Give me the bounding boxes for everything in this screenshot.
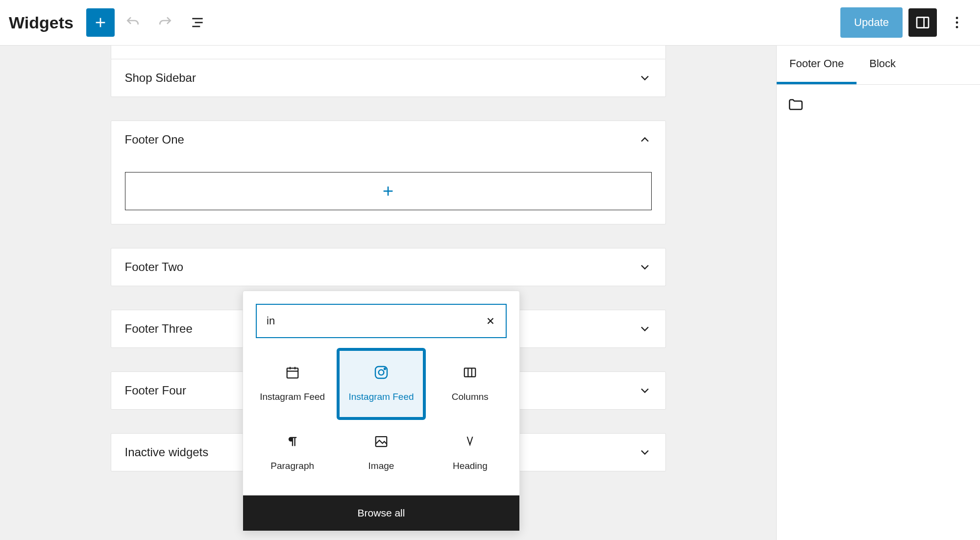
- widget-area-footer-two: Footer Two: [111, 248, 666, 286]
- plus-icon: [380, 183, 396, 199]
- add-block-toolbar-button[interactable]: [86, 8, 115, 37]
- update-button[interactable]: Update: [840, 7, 903, 38]
- page-title: Widgets: [9, 13, 74, 32]
- widget-area-title: Footer Three: [125, 322, 193, 336]
- inserter-block-grid: Instagram Feed Instagram Feed Columns: [243, 348, 519, 495]
- svg-point-8: [956, 22, 958, 24]
- widget-area-header[interactable]: Footer Two: [111, 248, 665, 286]
- block-label: Paragraph: [270, 460, 314, 472]
- widget-area-title: Inactive widgets: [125, 445, 209, 459]
- widget-area-title: Shop Sidebar: [125, 71, 196, 85]
- block-instagram-feed-selected[interactable]: Instagram Feed: [337, 348, 425, 420]
- columns-icon: [462, 365, 478, 380]
- clear-search-button[interactable]: [485, 316, 496, 326]
- block-instagram-feed[interactable]: Instagram Feed: [248, 348, 337, 420]
- block-inserter-popover: Instagram Feed Instagram Feed Columns: [243, 291, 520, 531]
- widget-area-footer-one: Footer One: [111, 121, 666, 224]
- block-paragraph[interactable]: Paragraph: [248, 420, 337, 486]
- settings-sidebar: Footer One Block: [776, 46, 980, 540]
- widget-area-shop-sidebar: Shop Sidebar: [111, 59, 666, 97]
- header-right: Update: [840, 7, 971, 38]
- chevron-down-icon: [638, 71, 652, 85]
- sidebar-content: [777, 85, 980, 125]
- sidebar-icon: [915, 15, 931, 30]
- undo-icon: [125, 15, 141, 30]
- svg-point-7: [956, 17, 958, 19]
- main-area: Shop Sidebar Footer One Footer Two: [0, 46, 980, 540]
- svg-point-19: [379, 370, 384, 375]
- svg-point-9: [956, 26, 958, 28]
- inserter-search: [256, 304, 507, 338]
- block-label: Instagram Feed: [260, 391, 325, 403]
- paragraph-icon: [285, 434, 300, 449]
- list-view-icon: [190, 15, 205, 30]
- block-label: Instagram Feed: [348, 391, 414, 403]
- header-left: Widgets: [9, 8, 212, 37]
- plus-icon: [93, 15, 108, 30]
- redo-button[interactable]: [151, 8, 179, 37]
- block-columns[interactable]: Columns: [426, 348, 514, 420]
- calendar-icon: [285, 365, 300, 380]
- block-heading[interactable]: Heading: [426, 420, 514, 486]
- widget-area-title: Footer Four: [125, 384, 186, 397]
- ellipsis-vertical-icon: [949, 15, 965, 30]
- widget-area-icon: [787, 105, 804, 114]
- redo-icon: [157, 15, 173, 30]
- chevron-up-icon: [638, 133, 652, 147]
- options-menu-button[interactable]: [943, 8, 971, 37]
- tab-widget-area[interactable]: Footer One: [777, 46, 857, 84]
- chevron-down-icon: [638, 445, 652, 459]
- settings-sidebar-toggle[interactable]: [908, 8, 937, 37]
- svg-rect-14: [287, 368, 298, 378]
- widget-area-title: Footer Two: [125, 260, 184, 274]
- image-icon: [373, 434, 389, 449]
- inserter-search-input[interactable]: [267, 315, 485, 327]
- block-label: Heading: [453, 460, 488, 472]
- block-label: Image: [368, 460, 394, 472]
- browse-all-button[interactable]: Browse all: [243, 495, 519, 531]
- editor-header: Widgets Update: [0, 0, 980, 46]
- heading-icon: [462, 434, 478, 449]
- widget-area-title: Footer One: [125, 133, 184, 147]
- chevron-down-icon: [638, 322, 652, 336]
- block-label: Columns: [452, 391, 489, 403]
- svg-rect-21: [465, 368, 476, 377]
- chevron-down-icon: [638, 260, 652, 274]
- svg-point-20: [384, 368, 386, 369]
- widget-area-partial: [111, 46, 666, 59]
- sidebar-tabs: Footer One Block: [777, 46, 980, 85]
- add-block-button[interactable]: [125, 172, 652, 210]
- close-icon: [485, 316, 496, 326]
- document-overview-button[interactable]: [183, 8, 212, 37]
- tab-block[interactable]: Block: [857, 46, 908, 84]
- chevron-down-icon: [638, 384, 652, 397]
- widget-area-header[interactable]: Footer One: [111, 121, 665, 158]
- instagram-icon: [373, 365, 389, 380]
- undo-button[interactable]: [119, 8, 147, 37]
- svg-rect-5: [917, 17, 929, 27]
- editor-canvas: Shop Sidebar Footer One Footer Two: [0, 46, 776, 540]
- block-image[interactable]: Image: [337, 420, 425, 486]
- widget-area-header[interactable]: Shop Sidebar: [111, 59, 665, 97]
